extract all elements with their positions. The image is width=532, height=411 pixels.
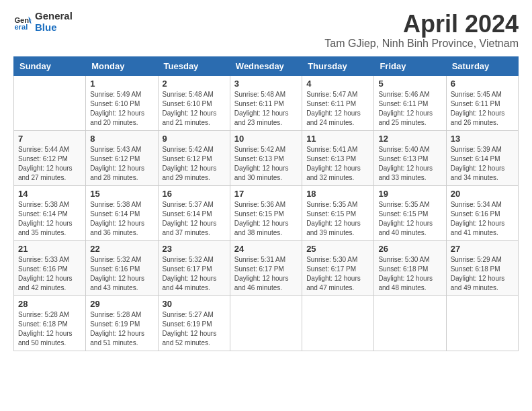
day-info: Sunrise: 5:48 AMSunset: 6:10 PMDaylight:… xyxy=(163,90,226,128)
calendar-cell: 23Sunrise: 5:32 AMSunset: 6:17 PMDayligh… xyxy=(158,240,230,295)
day-number: 16 xyxy=(163,189,226,199)
day-info: Sunrise: 5:32 AMSunset: 6:17 PMDaylight:… xyxy=(163,255,226,293)
day-number: 1 xyxy=(90,79,153,89)
logo-line2: Blue xyxy=(35,22,73,34)
day-number: 11 xyxy=(306,134,369,144)
title-area: April 2024 Tam GJiep, Ninh Binh Province… xyxy=(324,11,519,50)
day-info: Sunrise: 5:35 AMSunset: 6:15 PMDaylight:… xyxy=(378,200,441,238)
day-info: Sunrise: 5:47 AMSunset: 6:11 PMDaylight:… xyxy=(306,90,369,128)
calendar-cell: 30Sunrise: 5:27 AMSunset: 6:19 PMDayligh… xyxy=(158,295,230,351)
location-subtitle: Tam GJiep, Ninh Binh Province, Vietnam xyxy=(324,38,519,50)
logo-icon: Gen eral xyxy=(13,13,32,32)
day-info: Sunrise: 5:39 AMSunset: 6:14 PMDaylight:… xyxy=(451,145,514,183)
calendar-cell: 25Sunrise: 5:30 AMSunset: 6:17 PMDayligh… xyxy=(302,240,374,295)
week-row-2: 7Sunrise: 5:44 AMSunset: 6:12 PMDaylight… xyxy=(14,130,519,185)
week-row-3: 14Sunrise: 5:38 AMSunset: 6:14 PMDayligh… xyxy=(14,185,519,240)
day-number: 6 xyxy=(451,79,514,89)
calendar-cell: 29Sunrise: 5:28 AMSunset: 6:19 PMDayligh… xyxy=(86,295,158,351)
calendar-cell: 7Sunrise: 5:44 AMSunset: 6:12 PMDaylight… xyxy=(14,130,86,185)
header-day-saturday: Saturday xyxy=(446,56,518,75)
day-number: 29 xyxy=(90,299,153,309)
calendar-cell: 12Sunrise: 5:40 AMSunset: 6:13 PMDayligh… xyxy=(374,130,446,185)
svg-text:eral: eral xyxy=(14,23,28,31)
logo-line1: General xyxy=(35,11,73,22)
calendar-cell: 17Sunrise: 5:36 AMSunset: 6:15 PMDayligh… xyxy=(230,185,302,240)
day-number: 7 xyxy=(18,134,81,144)
day-info: Sunrise: 5:35 AMSunset: 6:15 PMDaylight:… xyxy=(306,200,369,238)
week-row-5: 28Sunrise: 5:28 AMSunset: 6:18 PMDayligh… xyxy=(14,295,519,351)
day-number: 25 xyxy=(306,244,369,254)
day-number: 15 xyxy=(90,189,153,199)
day-number: 18 xyxy=(306,189,369,199)
day-number: 17 xyxy=(234,189,298,199)
day-number: 23 xyxy=(163,244,226,254)
day-number: 20 xyxy=(451,189,514,199)
day-info: Sunrise: 5:32 AMSunset: 6:16 PMDaylight:… xyxy=(90,255,153,293)
calendar-cell xyxy=(446,295,518,351)
day-info: Sunrise: 5:38 AMSunset: 6:14 PMDaylight:… xyxy=(90,200,153,238)
calendar-cell: 21Sunrise: 5:33 AMSunset: 6:16 PMDayligh… xyxy=(14,240,86,295)
calendar-cell: 9Sunrise: 5:42 AMSunset: 6:12 PMDaylight… xyxy=(158,130,230,185)
day-info: Sunrise: 5:36 AMSunset: 6:15 PMDaylight:… xyxy=(234,200,298,238)
header: Gen eral General Blue April 2024 Tam GJi… xyxy=(13,11,519,50)
calendar-cell: 1Sunrise: 5:49 AMSunset: 6:10 PMDaylight… xyxy=(86,75,158,130)
calendar-cell: 28Sunrise: 5:28 AMSunset: 6:18 PMDayligh… xyxy=(14,295,86,351)
header-day-thursday: Thursday xyxy=(302,56,374,75)
day-number: 12 xyxy=(378,134,441,144)
calendar-cell xyxy=(14,75,86,130)
day-number: 27 xyxy=(451,244,514,254)
day-number: 21 xyxy=(18,244,81,254)
day-number: 30 xyxy=(163,299,226,309)
calendar-cell: 13Sunrise: 5:39 AMSunset: 6:14 PMDayligh… xyxy=(446,130,518,185)
day-number: 8 xyxy=(90,134,153,144)
week-row-4: 21Sunrise: 5:33 AMSunset: 6:16 PMDayligh… xyxy=(14,240,519,295)
day-info: Sunrise: 5:41 AMSunset: 6:13 PMDaylight:… xyxy=(306,145,369,183)
day-number: 10 xyxy=(234,134,298,144)
day-info: Sunrise: 5:44 AMSunset: 6:12 PMDaylight:… xyxy=(18,145,81,183)
day-info: Sunrise: 5:38 AMSunset: 6:14 PMDaylight:… xyxy=(18,200,81,238)
calendar-cell: 18Sunrise: 5:35 AMSunset: 6:15 PMDayligh… xyxy=(302,185,374,240)
day-info: Sunrise: 5:42 AMSunset: 6:13 PMDaylight:… xyxy=(234,145,298,183)
logo: Gen eral General Blue xyxy=(13,11,73,33)
header-day-monday: Monday xyxy=(86,56,158,75)
day-number: 22 xyxy=(90,244,153,254)
calendar-cell xyxy=(230,295,302,351)
day-info: Sunrise: 5:30 AMSunset: 6:17 PMDaylight:… xyxy=(306,255,369,293)
day-number: 9 xyxy=(163,134,226,144)
day-number: 19 xyxy=(378,189,441,199)
day-number: 4 xyxy=(306,79,369,89)
calendar-cell: 24Sunrise: 5:31 AMSunset: 6:17 PMDayligh… xyxy=(230,240,302,295)
day-number: 3 xyxy=(234,79,298,89)
calendar-cell: 6Sunrise: 5:45 AMSunset: 6:11 PMDaylight… xyxy=(446,75,518,130)
calendar-header-row: SundayMondayTuesdayWednesdayThursdayFrid… xyxy=(14,56,519,75)
calendar-cell: 10Sunrise: 5:42 AMSunset: 6:13 PMDayligh… xyxy=(230,130,302,185)
day-info: Sunrise: 5:28 AMSunset: 6:19 PMDaylight:… xyxy=(90,310,153,348)
day-info: Sunrise: 5:37 AMSunset: 6:14 PMDaylight:… xyxy=(163,200,226,238)
day-info: Sunrise: 5:42 AMSunset: 6:12 PMDaylight:… xyxy=(163,145,226,183)
day-info: Sunrise: 5:40 AMSunset: 6:13 PMDaylight:… xyxy=(378,145,441,183)
week-row-1: 1Sunrise: 5:49 AMSunset: 6:10 PMDaylight… xyxy=(14,75,519,130)
calendar-cell: 16Sunrise: 5:37 AMSunset: 6:14 PMDayligh… xyxy=(158,185,230,240)
calendar-cell: 26Sunrise: 5:30 AMSunset: 6:18 PMDayligh… xyxy=(374,240,446,295)
day-number: 28 xyxy=(18,299,81,309)
day-info: Sunrise: 5:43 AMSunset: 6:12 PMDaylight:… xyxy=(90,145,153,183)
calendar-cell: 15Sunrise: 5:38 AMSunset: 6:14 PMDayligh… xyxy=(86,185,158,240)
day-info: Sunrise: 5:30 AMSunset: 6:18 PMDaylight:… xyxy=(378,255,441,293)
calendar-cell: 14Sunrise: 5:38 AMSunset: 6:14 PMDayligh… xyxy=(14,185,86,240)
calendar-cell: 19Sunrise: 5:35 AMSunset: 6:15 PMDayligh… xyxy=(374,185,446,240)
day-info: Sunrise: 5:48 AMSunset: 6:11 PMDaylight:… xyxy=(234,90,298,128)
day-info: Sunrise: 5:45 AMSunset: 6:11 PMDaylight:… xyxy=(451,90,514,128)
day-info: Sunrise: 5:33 AMSunset: 6:16 PMDaylight:… xyxy=(18,255,81,293)
day-number: 13 xyxy=(451,134,514,144)
day-info: Sunrise: 5:46 AMSunset: 6:11 PMDaylight:… xyxy=(378,90,441,128)
day-number: 14 xyxy=(18,189,81,199)
header-day-tuesday: Tuesday xyxy=(158,56,230,75)
calendar-cell xyxy=(374,295,446,351)
calendar-cell: 5Sunrise: 5:46 AMSunset: 6:11 PMDaylight… xyxy=(374,75,446,130)
day-info: Sunrise: 5:29 AMSunset: 6:18 PMDaylight:… xyxy=(451,255,514,293)
header-day-wednesday: Wednesday xyxy=(230,56,302,75)
header-day-friday: Friday xyxy=(374,56,446,75)
day-info: Sunrise: 5:28 AMSunset: 6:18 PMDaylight:… xyxy=(18,310,81,348)
month-title: April 2024 xyxy=(324,11,519,38)
calendar-cell: 3Sunrise: 5:48 AMSunset: 6:11 PMDaylight… xyxy=(230,75,302,130)
